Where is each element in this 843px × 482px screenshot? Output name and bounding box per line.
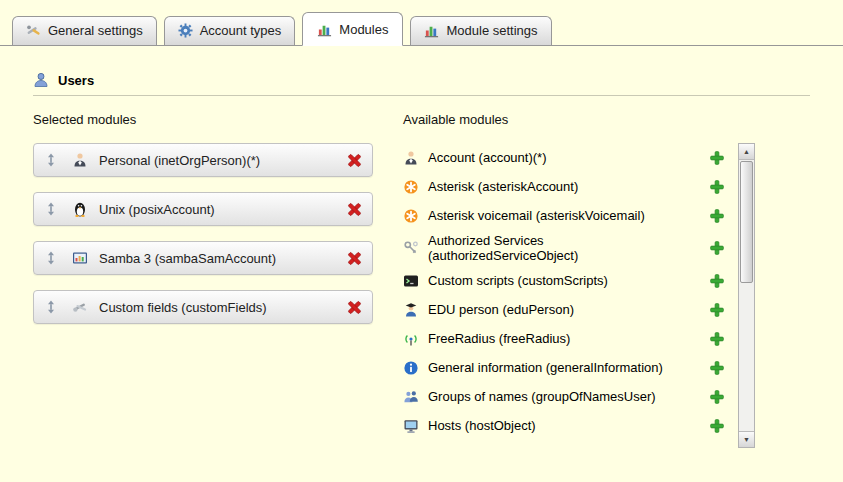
host-monitor-icon: [403, 418, 419, 434]
selected-module-label: Custom fields (customFields): [99, 300, 267, 315]
add-module-icon[interactable]: [709, 273, 725, 289]
available-module-row: Hosts (hostObject): [403, 412, 733, 441]
available-module-row: EDU person (eduPerson): [403, 296, 733, 325]
scroll-down-icon[interactable]: ▼: [739, 431, 754, 447]
selected-module-label: Samba 3 (sambaSamAccount): [99, 251, 276, 266]
available-module-row: Asterisk voicemail (asteriskVoicemail): [403, 201, 733, 230]
available-module-label: EDU person (eduPerson): [428, 302, 574, 317]
available-module-label: Hosts (hostObject): [428, 418, 536, 433]
tab-module-settings[interactable]: Module settings: [410, 16, 551, 45]
available-module-row: Custom scripts (customScripts): [403, 267, 733, 296]
available-modules-heading: Available modules: [403, 112, 755, 127]
vertical-scrollbar[interactable]: ▲ ▼: [738, 143, 755, 448]
selected-module-row[interactable]: Samba 3 (sambaSamAccount): [33, 241, 373, 275]
tab-general-settings[interactable]: General settings: [12, 16, 157, 45]
group-icon: [403, 389, 419, 405]
chart-icon: [424, 23, 439, 38]
available-module-label: Asterisk (asteriskAccount): [428, 179, 578, 194]
selected-module-row[interactable]: Unix (posixAccount): [33, 192, 373, 226]
person-icon: [72, 152, 88, 168]
asterisk-icon: [403, 179, 419, 195]
modules-tab-content: Users Selected modules Personal (inetOrg…: [0, 46, 843, 448]
lam-configuration-page: General settings Account types Modules M…: [0, 0, 843, 482]
penguin-icon: [72, 201, 88, 217]
person-icon: [403, 150, 419, 166]
users-section-header: Users: [33, 72, 810, 88]
services-icon: [403, 240, 419, 256]
add-module-icon[interactable]: [709, 150, 725, 166]
remove-module-icon[interactable]: [346, 152, 363, 169]
scrollbar-thumb[interactable]: [740, 161, 753, 283]
edu-person-icon: [403, 302, 419, 318]
selected-modules-heading: Selected modules: [33, 112, 373, 127]
tools-icon: [26, 23, 41, 38]
scroll-up-icon[interactable]: ▲: [739, 144, 754, 160]
remove-module-icon[interactable]: [346, 201, 363, 218]
available-module-row: General information (generalInformation): [403, 354, 733, 383]
drag-handle-icon[interactable]: [43, 201, 59, 217]
selected-modules-column: Selected modules Personal (inetOrgPerson…: [33, 112, 373, 448]
tab-modules[interactable]: Modules: [302, 12, 403, 46]
available-module-label: FreeRadius (freeRadius): [428, 331, 570, 346]
script-icon: [403, 273, 419, 289]
available-module-label: General information (generalInformation): [428, 360, 663, 375]
samba-icon: [72, 250, 88, 266]
tab-label: Module settings: [446, 23, 537, 38]
available-module-row: Account (account)(*): [403, 143, 733, 172]
available-module-label: Account (account)(*): [428, 150, 547, 165]
asterisk-icon: [403, 208, 419, 224]
available-modules-column: Available modules Account (account)(*) A…: [403, 112, 755, 448]
available-module-label: Asterisk voicemail (asteriskVoicemail): [428, 208, 645, 223]
section-divider: [33, 95, 810, 96]
add-module-icon[interactable]: [709, 179, 725, 195]
gear-icon: [178, 23, 193, 38]
tab-account-types[interactable]: Account types: [164, 16, 296, 45]
selected-module-label: Personal (inetOrgPerson)(*): [99, 153, 260, 168]
selected-module-label: Unix (posixAccount): [99, 202, 215, 217]
remove-module-icon[interactable]: [346, 250, 363, 267]
radius-antenna-icon: [403, 331, 419, 347]
add-module-icon[interactable]: [709, 360, 725, 376]
available-module-row: FreeRadius (freeRadius): [403, 325, 733, 354]
drag-handle-icon[interactable]: [43, 299, 59, 315]
available-module-row: Groups of names (groupOfNamesUser): [403, 383, 733, 412]
add-module-icon[interactable]: [709, 389, 725, 405]
wrench-icon: [72, 299, 88, 315]
tab-bar: General settings Account types Modules M…: [0, 0, 843, 46]
available-module-row: Authorized Services (authorizedServiceOb…: [403, 230, 733, 267]
available-module-row: Asterisk (asteriskAccount): [403, 172, 733, 201]
tab-label: Account types: [200, 23, 282, 38]
available-module-label: Custom scripts (customScripts): [428, 273, 608, 288]
add-module-icon[interactable]: [709, 208, 725, 224]
section-title: Users: [58, 73, 94, 88]
user-icon: [33, 72, 49, 88]
drag-handle-icon[interactable]: [43, 152, 59, 168]
add-module-icon[interactable]: [709, 302, 725, 318]
available-module-label: Groups of names (groupOfNamesUser): [428, 389, 656, 404]
available-module-label: Authorized Services (authorizedServiceOb…: [428, 233, 690, 264]
tab-label: General settings: [48, 23, 143, 38]
selected-module-row[interactable]: Custom fields (customFields): [33, 290, 373, 324]
add-module-icon[interactable]: [709, 240, 725, 256]
add-module-icon[interactable]: [709, 331, 725, 347]
drag-handle-icon[interactable]: [43, 250, 59, 266]
remove-module-icon[interactable]: [346, 299, 363, 316]
info-icon: [403, 360, 419, 376]
selected-module-row[interactable]: Personal (inetOrgPerson)(*): [33, 143, 373, 177]
add-module-icon[interactable]: [709, 418, 725, 434]
available-modules-list: Account (account)(*) Asterisk (asteriskA…: [403, 143, 755, 448]
chart-icon: [317, 22, 332, 37]
tab-label: Modules: [339, 22, 388, 37]
